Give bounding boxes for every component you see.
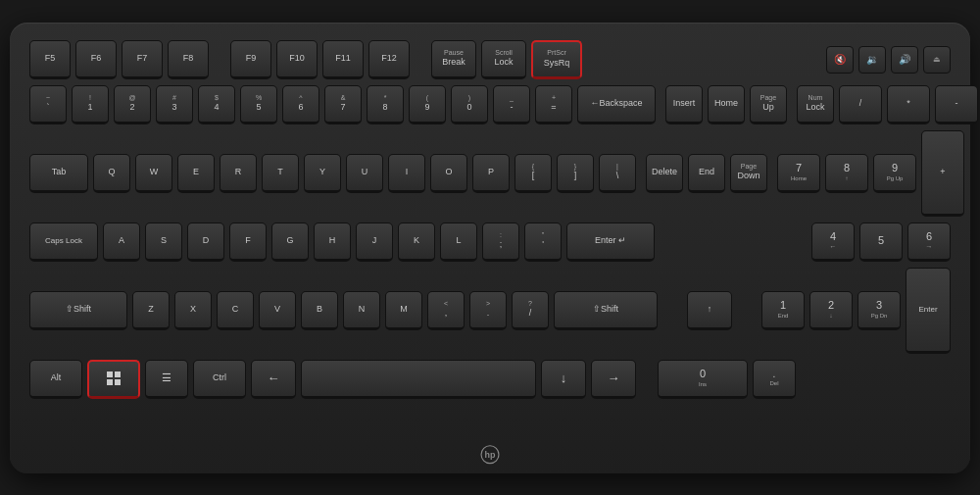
- key-period[interactable]: >.: [469, 291, 507, 330]
- key-num3[interactable]: 3Pg Dn: [858, 291, 901, 330]
- key-p[interactable]: P: [472, 154, 510, 193]
- key-home[interactable]: Home: [708, 85, 745, 124]
- key-semicolon[interactable]: :;: [482, 223, 519, 262]
- key-c[interactable]: C: [217, 291, 254, 330]
- key-num-slash[interactable]: /: [839, 85, 882, 124]
- key-0[interactable]: )0: [451, 85, 488, 124]
- key-minus[interactable]: _-: [493, 85, 530, 124]
- key-3[interactable]: #3: [156, 85, 193, 124]
- key-left-bracket[interactable]: {[: [514, 154, 552, 193]
- key-n[interactable]: N: [343, 291, 380, 330]
- key-w[interactable]: W: [135, 154, 172, 193]
- key-num-dot[interactable]: .Del: [753, 360, 796, 399]
- key-num-enter[interactable]: Enter: [906, 268, 951, 354]
- key-f9[interactable]: F9: [230, 40, 271, 79]
- key-pause-break[interactable]: Pause Break: [431, 40, 476, 79]
- key-num2[interactable]: 2↓: [809, 291, 853, 330]
- media-extra[interactable]: ⏏: [923, 46, 951, 74]
- key-pageup[interactable]: PageUp: [750, 85, 787, 124]
- key-num0[interactable]: 0Ins: [658, 360, 748, 399]
- key-num4[interactable]: 4←: [811, 223, 855, 262]
- key-alt-left[interactable]: Alt: [29, 360, 82, 399]
- key-print-screen[interactable]: PrtScr SysRq: [531, 40, 582, 79]
- key-end[interactable]: End: [688, 154, 725, 193]
- key-arrow-right[interactable]: →: [591, 360, 636, 399]
- key-arrow-left[interactable]: ←: [251, 360, 296, 399]
- key-equals[interactable]: +=: [535, 85, 572, 124]
- key-z[interactable]: Z: [132, 291, 170, 330]
- key-9[interactable]: (9: [409, 85, 446, 124]
- key-f8[interactable]: F8: [168, 40, 209, 79]
- key-tilde[interactable]: ~`: [29, 85, 67, 124]
- key-shift-left[interactable]: ⇧Shift: [29, 291, 127, 330]
- key-x[interactable]: X: [174, 291, 212, 330]
- key-k[interactable]: K: [398, 223, 435, 262]
- key-f7[interactable]: F7: [122, 40, 163, 79]
- key-num9[interactable]: 9Pg Up: [873, 154, 916, 193]
- key-num1[interactable]: 1End: [761, 291, 805, 330]
- key-num8[interactable]: 8↑: [825, 154, 868, 193]
- key-j[interactable]: J: [356, 223, 393, 262]
- key-f12[interactable]: F12: [368, 40, 410, 79]
- key-s[interactable]: S: [145, 223, 182, 262]
- key-m[interactable]: M: [385, 291, 422, 330]
- key-pagedown[interactable]: PageDown: [730, 154, 767, 193]
- key-right-bracket[interactable]: }]: [557, 154, 594, 193]
- key-arrow-up[interactable]: ↑: [687, 291, 732, 330]
- key-a[interactable]: A: [103, 223, 140, 262]
- key-f11[interactable]: F11: [322, 40, 364, 79]
- key-v[interactable]: V: [259, 291, 296, 330]
- key-q[interactable]: Q: [93, 154, 130, 193]
- key-enter[interactable]: Enter ↵: [566, 223, 655, 262]
- media-vol-down[interactable]: 🔉: [858, 46, 886, 74]
- key-f5[interactable]: F5: [29, 40, 71, 79]
- key-quote[interactable]: "': [524, 223, 562, 262]
- key-8[interactable]: *8: [367, 85, 404, 124]
- key-1[interactable]: !1: [72, 85, 109, 124]
- key-2[interactable]: @2: [114, 85, 151, 124]
- key-num-minus[interactable]: -: [935, 85, 978, 124]
- key-y[interactable]: Y: [304, 154, 341, 193]
- key-f[interactable]: F: [229, 223, 267, 262]
- key-g[interactable]: G: [271, 223, 309, 262]
- key-num6[interactable]: 6→: [907, 223, 951, 262]
- key-backspace[interactable]: ←Backspace: [577, 85, 656, 124]
- key-shift-right[interactable]: ⇧Shift: [554, 291, 658, 330]
- key-windows[interactable]: [87, 360, 140, 399]
- key-6[interactable]: ^6: [282, 85, 319, 124]
- key-f10[interactable]: F10: [276, 40, 318, 79]
- key-num5[interactable]: 5: [859, 223, 903, 262]
- key-delete[interactable]: Delete: [646, 154, 683, 193]
- key-arrow-down[interactable]: ↓: [541, 360, 586, 399]
- media-mute[interactable]: 🔇: [826, 46, 854, 74]
- key-f6[interactable]: F6: [75, 40, 117, 79]
- key-i[interactable]: I: [388, 154, 425, 193]
- key-t[interactable]: T: [262, 154, 299, 193]
- key-7[interactable]: &7: [324, 85, 362, 124]
- key-insert[interactable]: Insert: [665, 85, 703, 124]
- key-capslock[interactable]: Caps Lock: [29, 223, 98, 262]
- key-o[interactable]: O: [430, 154, 467, 193]
- key-h[interactable]: H: [314, 223, 351, 262]
- key-4[interactable]: $4: [198, 85, 235, 124]
- key-backslash[interactable]: |\: [599, 154, 636, 193]
- key-d[interactable]: D: [187, 223, 224, 262]
- key-l[interactable]: L: [440, 223, 477, 262]
- key-numlock[interactable]: NumLock: [797, 85, 834, 124]
- key-slash[interactable]: ?/: [512, 291, 549, 330]
- key-u[interactable]: U: [346, 154, 383, 193]
- key-num-plus[interactable]: +: [921, 130, 964, 217]
- key-menu[interactable]: ☰: [145, 360, 188, 399]
- key-ctrl-right[interactable]: Ctrl: [193, 360, 246, 399]
- key-comma[interactable]: <,: [427, 291, 465, 330]
- key-space[interactable]: [301, 360, 536, 399]
- key-num7[interactable]: 7Home: [777, 154, 820, 193]
- key-e[interactable]: E: [177, 154, 215, 193]
- key-num-asterisk[interactable]: *: [887, 85, 930, 124]
- key-tab[interactable]: Tab: [29, 154, 88, 193]
- key-scroll-lock[interactable]: Scroll Lock: [481, 40, 526, 79]
- key-5[interactable]: %5: [240, 85, 277, 124]
- key-b[interactable]: B: [301, 291, 338, 330]
- media-vol-up[interactable]: 🔊: [891, 46, 918, 74]
- key-r[interactable]: R: [220, 154, 257, 193]
